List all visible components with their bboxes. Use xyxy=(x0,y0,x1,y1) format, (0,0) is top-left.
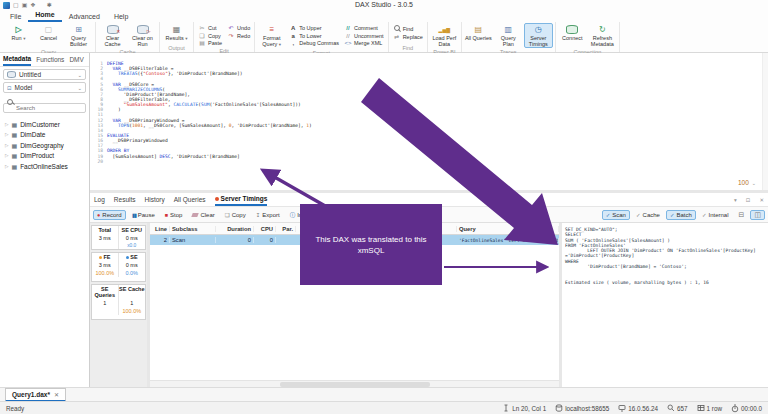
menu-tab-advanced[interactable]: Advanced xyxy=(62,12,107,22)
clear-cache-button[interactable]: ✕ Clear Cache xyxy=(98,23,127,48)
connection-selector[interactable]: Untitled ⌄ xyxy=(3,69,86,80)
expand-icon[interactable]: ▷ xyxy=(5,153,8,158)
close-icon[interactable]: ✕ xyxy=(54,391,59,398)
to-upper-button[interactable]: ATo Upper xyxy=(287,25,341,32)
stop-button[interactable]: ■Stop xyxy=(161,210,187,220)
query-builder-button[interactable]: ⊞ Query Builder xyxy=(64,23,93,48)
ribbon-group-output: ▦ Results ▾ Output xyxy=(160,22,194,52)
tab-results[interactable]: Results xyxy=(114,194,136,205)
filter-cache-button[interactable]: ✓Cache xyxy=(632,210,664,220)
tab-server-timings[interactable]: Server Timings xyxy=(215,193,268,206)
editor-zoom-control[interactable]: 100 ⌄ xyxy=(738,179,756,186)
cut-button[interactable]: ✂Cut xyxy=(196,25,224,32)
menu-tab-help[interactable]: Help xyxy=(107,12,135,22)
pane-pin-icon[interactable]: ⊡ xyxy=(746,197,751,203)
copy-icon: ❏ xyxy=(225,212,230,218)
table-icon: ▦ xyxy=(11,131,17,138)
menu-tab-home[interactable]: Home xyxy=(28,10,61,22)
comment-button[interactable]: //Comment xyxy=(342,25,386,32)
summary-total-box: TotalSE CPU 3 ms0 ms x0.0 xyxy=(91,225,146,250)
copy-button[interactable]: ❏Copy xyxy=(196,33,224,40)
summary-fe-se-box: FESE 3 ms0 ms 100.0%0.0% xyxy=(91,252,146,282)
connect-icon xyxy=(566,25,578,34)
run-button[interactable]: ▷ Run ▾ xyxy=(4,23,33,43)
cancel-button[interactable]: ▢ Cancel xyxy=(34,23,63,42)
uncomment-button[interactable]: //Uncomment xyxy=(342,33,386,40)
expand-icon[interactable]: ▷ xyxy=(5,132,8,137)
results-icon: ▦ xyxy=(173,25,181,35)
undo-button[interactable]: ↶Undo xyxy=(225,25,252,32)
tab-log[interactable]: Log xyxy=(94,194,105,205)
tab-metadata[interactable]: Metadata xyxy=(3,53,31,66)
layout-vertical-button[interactable]: ◫ xyxy=(750,210,765,220)
dax-editor[interactable]: 1DEFINE2 VAR __DS0FilterTable = 3 TREATA… xyxy=(90,53,768,190)
dropdown-caret-icon: ▾ xyxy=(279,42,281,47)
metadata-pane-tabs: Metadata Functions DMV ⊡ xyxy=(0,53,89,67)
export-button[interactable]: ↧Export xyxy=(252,210,284,220)
status-engine-version: 16.0.56.24 xyxy=(618,404,658,412)
record-button[interactable]: ●Record xyxy=(93,210,126,220)
layout-horizontal-icon: ⊟ xyxy=(739,212,745,218)
load-perf-data-button[interactable]: ▂▅▇ Load Perf Data xyxy=(430,23,459,48)
connect-button[interactable]: Connect xyxy=(558,23,587,42)
filter-scan-button[interactable]: ✓Scan xyxy=(602,210,630,220)
redo-button[interactable]: ↷Redo xyxy=(225,33,252,40)
expand-icon[interactable]: ▷ xyxy=(5,122,8,127)
tab-history[interactable]: History xyxy=(145,194,165,205)
expand-icon[interactable]: ▷ xyxy=(5,164,8,169)
query-plan-button[interactable]: ▥ Query Plan xyxy=(494,23,523,48)
info-icon: ⓘ xyxy=(290,212,296,218)
connection-database-icon xyxy=(555,404,563,412)
refresh-metadata-button[interactable]: ↻ Refresh Metadata xyxy=(588,23,617,48)
pause-button[interactable]: ▮▮Pause xyxy=(128,210,159,220)
elapsed-time-icon xyxy=(731,404,739,413)
tab-functions[interactable]: Functions xyxy=(36,54,64,65)
debug-commas-button[interactable]: ,Debug Commas xyxy=(287,40,341,47)
pane-menu-icon[interactable]: ▾ xyxy=(734,197,737,203)
table-icon: ▦ xyxy=(11,121,17,128)
xmsql-query-text[interactable]: SET DC_KIND="AUTO"; SELECT SUM ( 'FactOn… xyxy=(562,223,768,289)
search-input[interactable] xyxy=(3,103,86,113)
fe-dot-icon xyxy=(99,256,103,260)
ribbon-group-traces: ▤ All Queries ▥ Query Plan ◷ Server Timi… xyxy=(462,22,556,52)
sidebar-table-item[interactable]: ▷▦DimCustomer xyxy=(0,119,89,130)
find-button[interactable]: Find xyxy=(391,25,425,33)
replace-button[interactable]: ⇄Replace xyxy=(391,34,425,41)
sidebar-table-item[interactable]: ▷▦DimGeography xyxy=(0,140,89,151)
replace-icon: ⇄ xyxy=(393,34,401,41)
copy-timings-button[interactable]: ❏Copy xyxy=(221,210,250,220)
filter-batch-button[interactable]: ✓Batch xyxy=(666,210,696,220)
document-tab-query1[interactable]: Query1.dax* ✕ xyxy=(5,388,66,402)
tab-dmv[interactable]: DMV xyxy=(69,54,83,65)
merge-xml-button[interactable]: <>Merge XML xyxy=(342,40,386,47)
server-timings-button[interactable]: ◷ Server Timings xyxy=(524,23,553,48)
format-query-button[interactable]: ≡ Format Query ▾ xyxy=(257,23,286,49)
ribbon-group-label: Find xyxy=(391,44,425,52)
sidebar-table-item[interactable]: ▷▦FactOnlineSales xyxy=(0,161,89,172)
pane-close-icon[interactable]: ✕ xyxy=(759,197,764,203)
document-tab-bar: Query1.dax* ✕ xyxy=(0,387,768,401)
all-queries-button[interactable]: ▤ All Queries xyxy=(464,23,493,42)
to-lower-button[interactable]: aTo Lower xyxy=(287,33,341,40)
table-icon: ▦ xyxy=(11,142,17,149)
chevron-down-icon: ⌄ xyxy=(77,72,82,78)
uncomment-icon: // xyxy=(344,33,352,40)
menu-tab-file[interactable]: File xyxy=(3,12,28,22)
layout-horizontal-button[interactable]: ⊟ xyxy=(735,210,749,220)
code-line[interactable]: 20 xyxy=(90,159,762,164)
sidebar-table-item[interactable]: ▷▦DimProduct xyxy=(0,151,89,162)
model-selector[interactable]: ⊡ Model ⌄ xyxy=(3,82,86,93)
clear-button[interactable]: Clear xyxy=(188,210,218,220)
filter-internal-button[interactable]: ✓Internal xyxy=(698,210,733,220)
tab-all-queries[interactable]: All Queries xyxy=(174,194,206,205)
dropdown-caret-icon: ▾ xyxy=(185,36,187,41)
ribbon-group-edit: ✂Cut ❏Copy ▤Paste ↶Undo ↷Redo Edit xyxy=(194,22,255,52)
line-number: 20 xyxy=(90,159,107,164)
chevron-down-icon: ⌄ xyxy=(752,180,756,186)
clear-on-run-button[interactable]: ▷ Clear on Run xyxy=(128,23,157,48)
sidebar-table-item[interactable]: ▷▦DimDate xyxy=(0,130,89,141)
results-button[interactable]: ▦ Results ▾ xyxy=(162,23,191,43)
summary-queries-box: SE QueriesSE Cache 11 100.0% xyxy=(91,284,146,320)
expand-icon[interactable]: ▷ xyxy=(5,143,8,148)
editor-scrollbar[interactable] xyxy=(762,53,768,190)
